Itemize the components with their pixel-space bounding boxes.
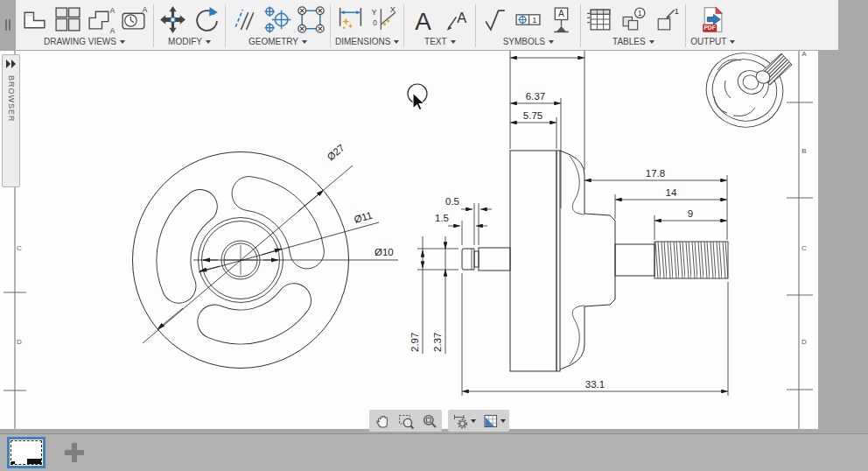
ribbon-toolbar: A A A DRAWING VIEWS [0, 0, 838, 51]
grid-settings-button[interactable] [479, 411, 508, 431]
svg-text:1: 1 [638, 8, 642, 17]
svg-text:0: 0 [373, 18, 377, 26]
nav-group-display [448, 410, 509, 432]
base-view-icon[interactable] [20, 5, 49, 34]
svg-text:C: C [17, 244, 22, 252]
nav-group-zoom [369, 410, 442, 432]
browser-panel-tab[interactable]: BROWSER [2, 54, 20, 187]
detail-view-icon[interactable]: A [120, 5, 149, 34]
geometry-menu[interactable]: GEOMETRY [248, 37, 307, 46]
parallel-lines-icon[interactable] [230, 5, 259, 34]
dropdown-arrow-icon [500, 419, 506, 423]
zoom-button[interactable] [417, 411, 441, 431]
application-window: A A A DRAWING VIEWS [0, 0, 868, 471]
dimension-text[interactable]: 9 [688, 208, 693, 219]
dropdown-arrow-icon [471, 419, 476, 423]
dimension-text[interactable]: 2.37 [432, 333, 443, 352]
svg-text:D: D [802, 338, 807, 346]
zoom-window-button[interactable] [394, 411, 417, 431]
move-icon[interactable] [158, 5, 187, 34]
svg-text:A: A [416, 7, 432, 33]
svg-text:1: 1 [675, 7, 679, 16]
svg-text:Y: Y [372, 8, 377, 17]
pan-hand-icon [374, 412, 391, 430]
grid-display-icon [482, 412, 500, 430]
projected-view-icon[interactable] [53, 5, 82, 34]
svg-text:A: A [143, 6, 148, 14]
svg-text:A: A [110, 7, 116, 15]
dimension-text[interactable]: 17.8 [646, 168, 665, 179]
dimension-text[interactable]: 33.1 [585, 379, 605, 390]
svg-text:1: 1 [532, 16, 536, 25]
modify-menu[interactable]: MODIFY [168, 37, 211, 46]
plus-icon [72, 443, 77, 462]
dimension-text[interactable]: Ø10 [374, 247, 394, 257]
symbols-menu[interactable]: SYMBOLS [503, 37, 554, 46]
dimension-text[interactable]: 14 [666, 187, 677, 198]
drawing-views-menu[interactable]: DRAWING VIEWS [44, 37, 125, 46]
output-pdf-icon[interactable]: PDF [698, 5, 727, 34]
feature-control-frame-icon[interactable]: 1 [514, 5, 542, 34]
dimension-text[interactable]: 1.5 [435, 213, 449, 223]
view-settings-button[interactable] [449, 411, 479, 431]
ribbon-group-output: PDF OUTPUT [686, 0, 739, 50]
svg-text:A: A [110, 26, 116, 33]
text-menu[interactable]: TEXT [424, 37, 456, 46]
section-view-icon[interactable]: A A [87, 5, 116, 34]
svg-text:C: C [802, 244, 807, 252]
ordinate-dimension-icon[interactable]: Y 0 X [369, 5, 398, 34]
text-icon[interactable]: A [409, 5, 438, 34]
dropdown-arrow-icon [394, 40, 399, 44]
datum-identifier-icon[interactable]: A [547, 5, 576, 34]
dropdown-arrow-icon [730, 40, 735, 44]
tables-menu[interactable]: TABLES [612, 37, 654, 46]
view-settings-icon [452, 412, 470, 430]
sheet-thumbnail[interactable] [7, 437, 46, 468]
center-mark-icon[interactable] [263, 5, 292, 34]
ribbon-group-drawing-views: A A A DRAWING VIEWS [16, 0, 153, 50]
ribbon-drag-handle[interactable] [0, 0, 16, 50]
dimensions-menu[interactable]: DIMENSIONS [335, 37, 399, 46]
dropdown-arrow-icon [649, 40, 654, 44]
dimension-text[interactable]: 2.97 [410, 333, 420, 352]
dropdown-arrow-icon [120, 40, 125, 44]
ribbon-group-tables: 1 1 TABLES [581, 0, 685, 50]
rotate-icon[interactable] [192, 5, 220, 34]
dropdown-arrow-icon [302, 40, 307, 44]
browser-panel-label: BROWSER [7, 75, 16, 123]
svg-text:B: B [802, 147, 806, 155]
dropdown-arrow-icon [549, 40, 554, 44]
sheet-thumbnail-titleblock [27, 459, 41, 464]
ribbon-group-text: A A TEXT [404, 0, 475, 50]
ribbon-group-modify: MODIFY [154, 0, 225, 50]
table-icon[interactable] [585, 5, 614, 34]
zoom-window-icon [397, 412, 415, 430]
svg-text:PDF: PDF [704, 25, 716, 31]
balloon-icon[interactable]: 1 [619, 5, 648, 34]
dimension-text[interactable]: 0.5 [445, 196, 459, 207]
output-menu[interactable]: OUTPUT [690, 37, 735, 46]
svg-text:D: D [17, 338, 22, 346]
leader-text-icon[interactable]: A [442, 5, 471, 34]
svg-text:A: A [458, 9, 467, 25]
add-sheet-button[interactable] [65, 443, 84, 462]
pan-button[interactable] [370, 411, 394, 431]
circular-pattern-icon[interactable] [297, 5, 326, 34]
sheet-tab-bar [0, 433, 868, 471]
ribbon-group-dimensions: Y 0 X DIMENSIONS [331, 0, 403, 50]
navigation-toolbar [369, 410, 509, 432]
dimension-text[interactable]: 6.37 [526, 91, 545, 102]
expand-browser-icon[interactable] [6, 60, 17, 68]
dropdown-arrow-icon [206, 40, 211, 44]
drawing-sheet: C D A B C D [0, 51, 868, 433]
drawing-canvas[interactable]: C D A B C D [0, 51, 868, 433]
linear-dimension-icon[interactable] [336, 5, 365, 34]
renumber-balloons-icon[interactable]: 1 [652, 5, 681, 34]
svg-text:A: A [802, 51, 807, 58]
surface-texture-icon[interactable] [480, 5, 509, 34]
sheet-paper [0, 51, 818, 429]
ribbon-group-geometry: GEOMETRY [226, 0, 330, 50]
sheet-thumbnail-mark [11, 461, 15, 464]
dropdown-arrow-icon [451, 40, 456, 44]
dimension-text[interactable]: 5.75 [523, 110, 542, 121]
